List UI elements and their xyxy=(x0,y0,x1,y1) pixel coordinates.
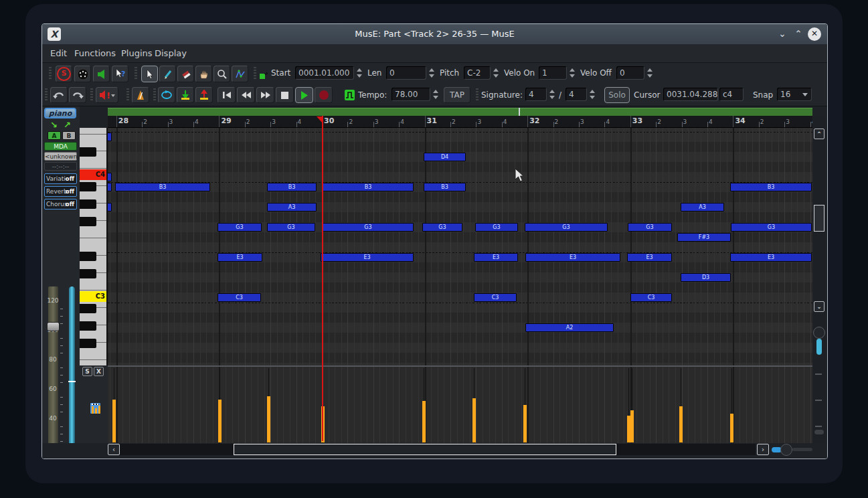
piano-key-black[interactable] xyxy=(80,199,96,209)
punch-in-button[interactable] xyxy=(177,87,194,103)
sig-denominator-field[interactable]: 4 xyxy=(566,88,587,101)
midi-note[interactable]: E3 xyxy=(730,253,812,262)
pitch-field[interactable]: C-2 xyxy=(464,66,491,80)
velo-on-spinner[interactable] xyxy=(568,67,576,79)
toolbar-handle[interactable] xyxy=(126,88,129,102)
toolbar-handle[interactable] xyxy=(476,88,479,102)
start-spinner[interactable] xyxy=(355,67,363,79)
start-field[interactable]: 0001.01.000 xyxy=(295,66,354,80)
scroll-right-button[interactable]: › xyxy=(757,444,769,455)
piano-key-white[interactable] xyxy=(80,128,108,135)
midi-note[interactable]: E3 xyxy=(321,253,414,262)
toolbar-handle[interactable] xyxy=(90,88,93,102)
output-port-button[interactable]: <unknown> xyxy=(44,152,77,161)
eraser-tool-button[interactable] xyxy=(177,66,194,82)
tempo-spinner[interactable] xyxy=(432,88,439,100)
midi-note[interactable]: D4 xyxy=(424,153,466,161)
tap-button[interactable]: TAP xyxy=(444,87,470,103)
vertical-zoom-knob[interactable] xyxy=(813,327,825,339)
midi-note[interactable]: B3 xyxy=(323,183,414,191)
piano-tab[interactable]: piano xyxy=(44,108,76,118)
midi-note[interactable]: F#3 xyxy=(677,233,731,242)
piano-key-white[interactable] xyxy=(80,361,108,365)
controller-select-icon[interactable] xyxy=(90,402,101,414)
velocity-bar[interactable] xyxy=(218,400,222,442)
velocity-bar[interactable] xyxy=(267,396,270,442)
note-canvas[interactable]: D4B3B3B3B3B3A3A3G3G3G3G3G3G3G3G3F#3E3E3E… xyxy=(108,128,812,365)
toolbar-handle[interactable] xyxy=(49,67,52,80)
velocity-bar[interactable] xyxy=(630,410,634,442)
midi-note[interactable]: G3 xyxy=(628,223,672,232)
velo-off-spinner[interactable] xyxy=(646,67,653,79)
midi-note[interactable]: A2 xyxy=(525,323,614,332)
menu-edit[interactable]: Edit xyxy=(46,44,71,63)
len-field[interactable]: 0 xyxy=(386,66,426,80)
toolbar-handle[interactable] xyxy=(45,88,48,102)
minimize-icon[interactable]: ⌄ xyxy=(776,27,789,41)
len-spinner[interactable] xyxy=(428,67,435,79)
horizontal-scrollbar-thumb[interactable] xyxy=(234,444,616,455)
solo-part-button[interactable]: S xyxy=(56,66,72,82)
playhead-flag-icon[interactable] xyxy=(317,116,323,123)
velocity-scroll-thumb[interactable] xyxy=(814,430,824,434)
highlighted-key-c3[interactable]: C3 xyxy=(80,291,108,302)
patch-name-button[interactable]: MDA Piano xyxy=(44,142,77,151)
whats-this-button[interactable]: ? xyxy=(112,66,128,82)
pencil-tool-button[interactable] xyxy=(159,66,176,82)
midi-note[interactable]: E3 xyxy=(627,253,672,262)
piano-key-black[interactable] xyxy=(80,269,96,278)
sig-numerator-field[interactable]: 4 xyxy=(525,88,547,101)
scroll-up-button[interactable]: ⌃ xyxy=(814,129,824,139)
midi-note[interactable]: E3 xyxy=(218,253,262,262)
metronome-button[interactable] xyxy=(132,87,149,103)
midi-note[interactable]: D3 xyxy=(681,273,731,282)
midi-note[interactable]: B3 xyxy=(424,183,466,191)
velocity-bar[interactable] xyxy=(730,414,733,442)
toolbar-handle[interactable] xyxy=(254,67,256,80)
midi-thru-button[interactable] xyxy=(74,66,91,82)
midi-note[interactable]: C3 xyxy=(474,293,517,302)
velocity-canvas[interactable] xyxy=(108,365,812,443)
velocity-bar[interactable] xyxy=(523,405,527,442)
snap-dropdown[interactable]: 16 xyxy=(777,88,812,101)
controller-s-button[interactable]: S xyxy=(82,367,92,376)
pitch-spinner[interactable] xyxy=(492,67,499,79)
velo-off-field[interactable]: 0 xyxy=(616,66,644,80)
menu-functions[interactable]: Functions xyxy=(70,44,120,63)
piano-keyboard[interactable]: C4C3 xyxy=(80,128,108,365)
velocity-bar[interactable] xyxy=(679,406,683,442)
vertical-scrollbar-thumb[interactable] xyxy=(814,205,824,232)
midi-note[interactable]: G3 xyxy=(218,223,262,232)
scroll-down-button[interactable]: ⌄ xyxy=(814,301,824,312)
variation-control[interactable]: Variatio off xyxy=(44,173,77,184)
toolbar-handle[interactable] xyxy=(153,88,156,102)
stop-button[interactable] xyxy=(276,87,294,103)
midi-note[interactable]: B3 xyxy=(115,183,210,191)
horizontal-zoom-track[interactable] xyxy=(792,448,812,451)
piano-key-black[interactable] xyxy=(80,321,96,331)
midi-note[interactable]: E3 xyxy=(525,253,620,262)
part-strip[interactable] xyxy=(108,108,812,116)
scroll-left-button[interactable]: ‹ xyxy=(108,444,120,455)
velocity-bar[interactable] xyxy=(422,401,426,442)
draw-line-tool-button[interactable] xyxy=(232,66,248,82)
midi-note[interactable]: G3 xyxy=(475,223,518,232)
midi-note[interactable]: G3 xyxy=(323,223,414,232)
midi-note[interactable]: B3 xyxy=(730,183,812,191)
midi-note[interactable]: C3 xyxy=(218,293,261,302)
title-bar[interactable]: X MusE: Part <Track 2> 26-35 — MusE ⌄ ⌃ … xyxy=(42,24,827,44)
velocity-fader-knob[interactable] xyxy=(47,322,60,331)
midi-note[interactable]: E3 xyxy=(474,253,518,262)
midi-feedback-button[interactable]: ! xyxy=(96,87,118,103)
rewind-button[interactable] xyxy=(237,87,255,103)
timeline-ruler[interactable]: 28234292343023431234322343323434234 xyxy=(108,116,812,128)
controller-x-button[interactable]: X xyxy=(94,367,104,376)
pointer-tool-button[interactable] xyxy=(141,66,158,82)
velocity-bar[interactable] xyxy=(472,398,476,442)
piano-key-black[interactable] xyxy=(80,304,96,313)
arrow-down-right-icon[interactable]: ↘ xyxy=(50,120,58,130)
speaker-button[interactable] xyxy=(93,66,110,82)
midi-note[interactable]: B3 xyxy=(267,183,317,191)
reverb-control[interactable]: Reverb: off xyxy=(44,186,77,197)
solo-button[interactable]: Solo xyxy=(604,87,630,103)
